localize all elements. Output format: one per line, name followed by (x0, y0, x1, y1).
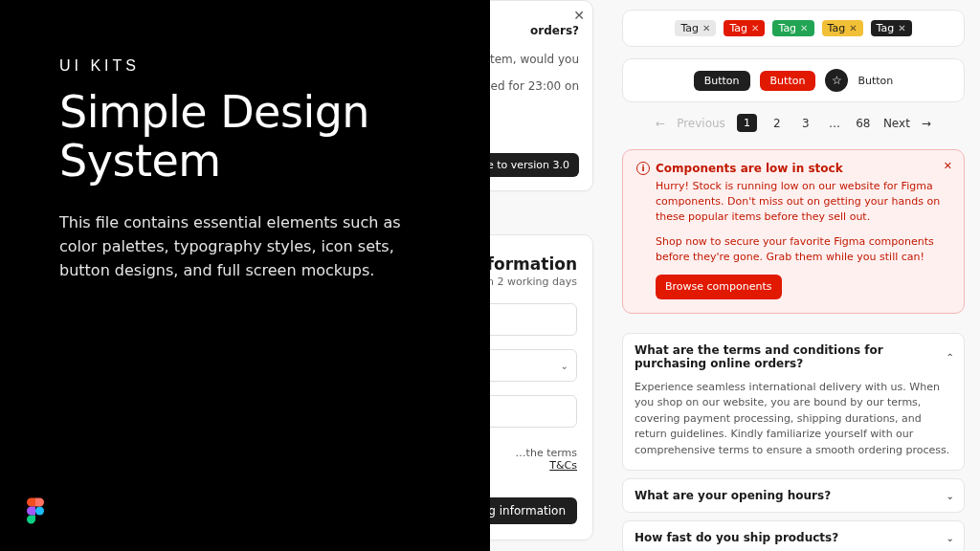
danger-button[interactable]: Button (760, 71, 816, 91)
faq-item-3[interactable]: How fast do you ship products?⌄ (622, 520, 965, 551)
faq-question: What are the terms and conditions for pu… (623, 334, 964, 380)
tag-black[interactable]: Tag✕ (871, 20, 912, 36)
title-panel: UI KITS Simple Design System This file c… (0, 0, 490, 551)
arrow-left-icon: ← (656, 117, 665, 130)
close-icon[interactable]: ✕ (573, 9, 585, 22)
figma-logo-icon (27, 497, 44, 528)
close-icon[interactable]: ✕ (849, 24, 857, 33)
kicker-label: UI KITS (59, 57, 490, 75)
close-icon[interactable]: ✕ (751, 24, 759, 33)
button-row-panel: Button Button ☆ Button (622, 58, 965, 102)
faq-answer: Experience seamless international delive… (623, 380, 964, 471)
info-icon: i (636, 162, 650, 175)
tag-yellow[interactable]: Tag✕ (822, 20, 863, 36)
page-description: This file contains essential elements su… (59, 211, 404, 282)
tag-row-panel: Tag✕ Tag✕ Tag✕ Tag✕ Tag✕ (622, 10, 965, 47)
arrow-right-icon[interactable]: → (922, 117, 931, 130)
star-icon-button[interactable]: ☆ (825, 69, 848, 92)
chevron-down-icon: ⌄ (947, 533, 954, 543)
terms-link[interactable]: T&Cs (549, 459, 577, 472)
page-3[interactable]: 3 (797, 117, 814, 130)
faq-item-1[interactable]: What are the terms and conditions for pu… (622, 333, 965, 472)
faq-question: How fast do you ship products?⌄ (623, 521, 964, 551)
faq-question: What are your opening hours?⌄ (623, 479, 964, 512)
faq-section: What are the terms and conditions for pu… (622, 333, 965, 551)
chevron-down-icon: ⌄ (947, 491, 954, 501)
page-title: Simple Design System (59, 88, 490, 185)
tag-red[interactable]: Tag✕ (724, 20, 765, 36)
close-icon[interactable]: ✕ (944, 160, 952, 172)
tag-neutral[interactable]: Tag✕ (675, 20, 716, 36)
page-68[interactable]: 68 (855, 117, 872, 130)
close-icon[interactable]: ✕ (800, 24, 808, 33)
alert-title: i Components are low in stock (636, 162, 950, 175)
page-ellipsis: … (826, 117, 843, 130)
chevron-up-icon: ⌃ (947, 351, 954, 362)
alert-body: Hurry! Stock is running low on our websi… (636, 179, 950, 299)
close-icon[interactable]: ✕ (898, 24, 905, 33)
previous-button: Previous (677, 117, 725, 130)
primary-button[interactable]: Button (694, 71, 750, 91)
page-1[interactable]: 1 (737, 114, 757, 132)
browse-components-button[interactable]: Browse components (656, 275, 782, 299)
tag-green[interactable]: Tag✕ (772, 20, 813, 36)
next-button[interactable]: Next (883, 117, 910, 130)
page-2[interactable]: 2 (768, 117, 786, 130)
component-showcase: Tag✕ Tag✕ Tag✕ Tag✕ Tag✕ Button Button ☆… (612, 0, 980, 551)
link-button[interactable]: Button (858, 75, 893, 87)
chevron-down-icon: ⌄ (561, 361, 568, 371)
low-stock-alert: ✕ i Components are low in stock Hurry! S… (622, 149, 965, 314)
pagination: ← Previous 1 2 3 … 68 Next → (622, 114, 965, 132)
close-icon[interactable]: ✕ (702, 24, 710, 33)
faq-item-2[interactable]: What are your opening hours?⌄ (622, 478, 965, 513)
